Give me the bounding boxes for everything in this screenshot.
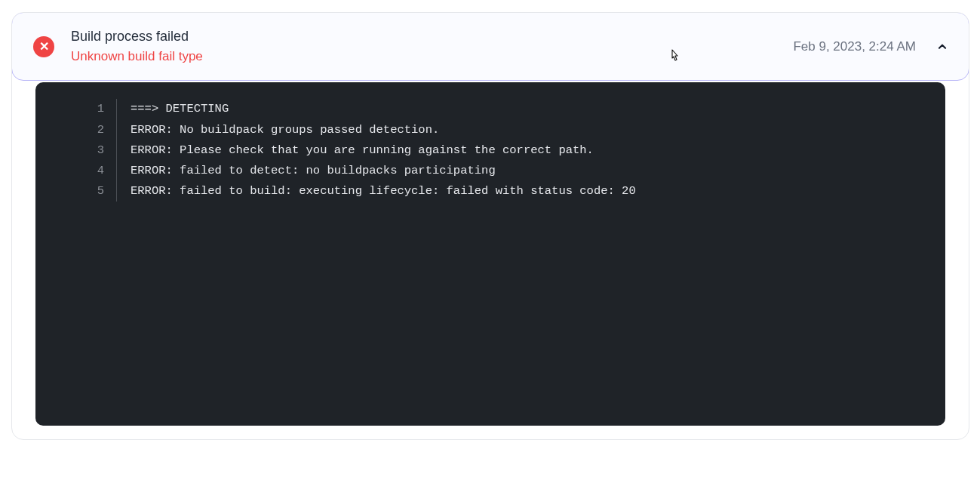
status-header[interactable]: ✕ Build process failed Unknown build fai… <box>11 12 969 81</box>
line-number: 4 <box>35 161 117 181</box>
log-line: 2ERROR: No buildpack groups passed detec… <box>35 120 945 140</box>
timestamp: Feb 9, 2023, 2:24 AM <box>793 39 916 54</box>
chevron-up-icon[interactable] <box>937 42 948 52</box>
status-header-right: Feb 9, 2023, 2:24 AM <box>793 39 948 54</box>
status-title: Build process failed <box>71 28 203 45</box>
status-header-left: ✕ Build process failed Unknown build fai… <box>33 28 203 65</box>
line-number: 5 <box>35 181 117 202</box>
line-content: ERROR: failed to detect: no buildpacks p… <box>117 161 496 181</box>
line-content: ===> DETECTING <box>117 99 229 119</box>
status-subtitle: Unknown build fail type <box>71 48 203 65</box>
line-number: 2 <box>35 120 117 140</box>
line-content: ERROR: Please check that you are running… <box>117 140 594 161</box>
close-x-glyph: ✕ <box>39 41 49 53</box>
line-content: ERROR: failed to build: executing lifecy… <box>117 181 636 202</box>
error-icon: ✕ <box>33 36 54 57</box>
line-number: 3 <box>35 140 117 161</box>
build-log-card: ✕ Build process failed Unknown build fai… <box>11 12 969 440</box>
line-content: ERROR: No buildpack groups passed detect… <box>117 120 439 140</box>
log-line: 1===> DETECTING <box>35 99 945 119</box>
log-line: 5ERROR: failed to build: executing lifec… <box>35 181 945 202</box>
log-line: 4ERROR: failed to detect: no buildpacks … <box>35 161 945 181</box>
log-output[interactable]: 1===> DETECTING2ERROR: No buildpack grou… <box>35 82 945 426</box>
status-text-block: Build process failed Unknown build fail … <box>71 28 203 65</box>
log-line: 3ERROR: Please check that you are runnin… <box>35 140 945 161</box>
line-number: 1 <box>35 99 117 119</box>
